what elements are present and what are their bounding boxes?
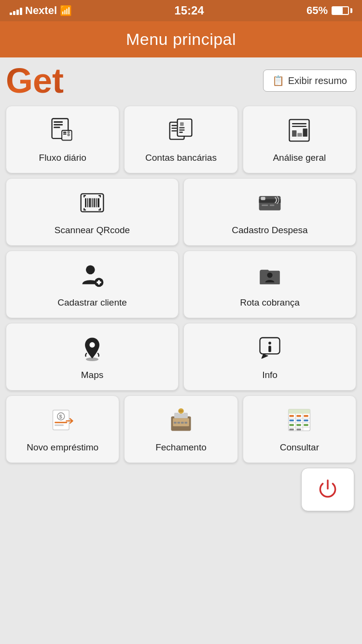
svg-text:$: $ — [59, 414, 62, 420]
svg-rect-40 — [98, 280, 100, 284]
info-label: Info — [262, 370, 278, 381]
svg-rect-74 — [297, 420, 301, 421]
cadastrar-cliente-icon — [79, 262, 106, 293]
svg-rect-6 — [63, 133, 67, 134]
app-logo: Get — [6, 63, 64, 98]
svg-rect-73 — [290, 420, 294, 421]
svg-rect-12 — [171, 130, 177, 131]
time-label: 15:24 — [174, 4, 204, 17]
analise-geral-icon — [286, 117, 313, 148]
battery-percentage: 65% — [306, 4, 328, 17]
cadastro-despesa-label: Cadastro Despesa — [232, 225, 307, 236]
svg-rect-31 — [97, 198, 99, 207]
rota-cobranca-icon — [256, 262, 283, 293]
consultar-label: Consultar — [280, 442, 319, 453]
svg-rect-28 — [92, 198, 93, 207]
page-header: Menu principal — [0, 21, 362, 57]
tile-novo-emprestimo[interactable]: $ Novo empréstimo — [6, 395, 119, 463]
svg-point-7 — [67, 131, 70, 134]
tile-info[interactable]: Info — [183, 323, 356, 391]
svg-rect-3 — [54, 126, 60, 128]
main-content: Get 📋 Exibir resumo Flux — [0, 57, 362, 644]
svg-rect-78 — [304, 424, 308, 426]
svg-point-42 — [267, 272, 272, 278]
svg-rect-19 — [292, 123, 306, 124]
tile-fechamento[interactable]: Fechamento — [124, 395, 237, 463]
menu-row-1: Fluxo diário Contas bancárias — [6, 106, 356, 173]
tile-scannear-qrcode[interactable]: Scannear QRcode — [6, 178, 179, 246]
power-icon — [315, 477, 340, 502]
menu-row-3: Cadastrar cliente Rota cobrança — [6, 251, 356, 318]
svg-rect-14 — [180, 122, 183, 126]
svg-point-8 — [67, 133, 70, 136]
battery-icon — [332, 6, 352, 15]
status-right: 65% — [306, 4, 352, 17]
power-row — [6, 468, 356, 511]
svg-rect-16 — [179, 129, 184, 130]
fechamento-label: Fechamento — [155, 442, 207, 453]
menu-row-4: Maps Info — [6, 323, 356, 391]
svg-rect-77 — [297, 424, 301, 426]
svg-rect-22 — [298, 133, 302, 136]
svg-rect-71 — [297, 415, 301, 417]
exibir-resumo-icon: 📋 — [272, 75, 284, 86]
consultar-icon — [286, 406, 313, 437]
info-icon — [256, 334, 283, 365]
svg-rect-80 — [297, 428, 301, 430]
wifi-icon: 📶 — [60, 5, 72, 16]
exibir-resumo-button[interactable]: 📋 Exibir resumo — [263, 70, 356, 92]
status-bar: Nextel 📶 15:24 65% — [0, 0, 362, 21]
cadastro-despesa-icon — [256, 189, 283, 220]
svg-point-44 — [86, 357, 98, 361]
svg-rect-64 — [289, 409, 310, 413]
novo-emprestimo-label: Novo empréstimo — [27, 442, 98, 453]
svg-rect-51 — [55, 421, 67, 423]
tile-analise-geral[interactable]: Análise geral — [243, 106, 356, 173]
svg-rect-23 — [303, 128, 307, 137]
svg-rect-1 — [54, 121, 63, 123]
svg-rect-21 — [292, 130, 296, 137]
signal-icon — [10, 6, 22, 15]
maps-label: Maps — [81, 370, 103, 381]
qrcode-icon — [79, 189, 106, 220]
svg-rect-30 — [96, 198, 97, 207]
svg-rect-36 — [261, 196, 265, 200]
scannear-qrcode-label: Scannear QRcode — [55, 225, 130, 236]
tile-maps[interactable]: Maps — [6, 323, 179, 391]
svg-rect-70 — [290, 415, 294, 417]
svg-rect-59 — [184, 421, 187, 423]
svg-point-46 — [268, 341, 271, 344]
contas-bancarias-label: Contas bancárias — [145, 153, 217, 164]
svg-rect-15 — [179, 127, 184, 128]
svg-rect-79 — [290, 428, 294, 430]
svg-point-37 — [86, 265, 95, 274]
top-row: Get 📋 Exibir resumo — [6, 63, 356, 98]
svg-rect-47 — [268, 346, 271, 352]
svg-point-43 — [89, 342, 95, 347]
exibir-resumo-label: Exibir resumo — [288, 75, 347, 86]
tile-rota-cobranca[interactable]: Rota cobrança — [183, 251, 356, 318]
svg-rect-75 — [304, 420, 308, 421]
tile-cadastrar-cliente[interactable]: Cadastrar cliente — [6, 251, 179, 318]
svg-rect-2 — [54, 124, 63, 126]
tile-cadastro-despesa[interactable]: Cadastro Despesa — [183, 178, 356, 246]
svg-rect-11 — [171, 127, 177, 128]
tile-contas-bancarias[interactable]: Contas bancárias — [124, 106, 237, 173]
svg-rect-29 — [94, 198, 95, 207]
tile-consultar[interactable]: Consultar — [243, 395, 356, 463]
tile-fluxo-diario[interactable]: Fluxo diário — [6, 106, 119, 173]
svg-rect-27 — [89, 198, 91, 207]
carrier-label: Nextel — [25, 4, 57, 17]
svg-rect-35 — [270, 204, 274, 206]
svg-rect-34 — [262, 204, 268, 206]
svg-rect-56 — [174, 421, 177, 423]
analise-geral-label: Análise geral — [273, 153, 326, 164]
svg-rect-25 — [85, 198, 86, 207]
svg-rect-62 — [179, 410, 182, 412]
svg-rect-17 — [179, 131, 182, 132]
menu-row-2: Scannear QRcode Cadastro Despe — [6, 178, 356, 246]
svg-rect-52 — [55, 424, 64, 426]
svg-rect-72 — [304, 415, 308, 417]
power-button[interactable] — [301, 468, 354, 511]
svg-rect-26 — [87, 198, 88, 207]
